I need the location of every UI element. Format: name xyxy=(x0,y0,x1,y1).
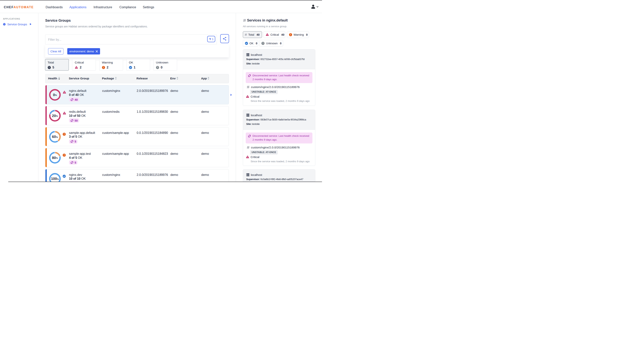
svg-text:?: ? xyxy=(262,42,264,44)
svg-text:?: ? xyxy=(157,66,158,69)
